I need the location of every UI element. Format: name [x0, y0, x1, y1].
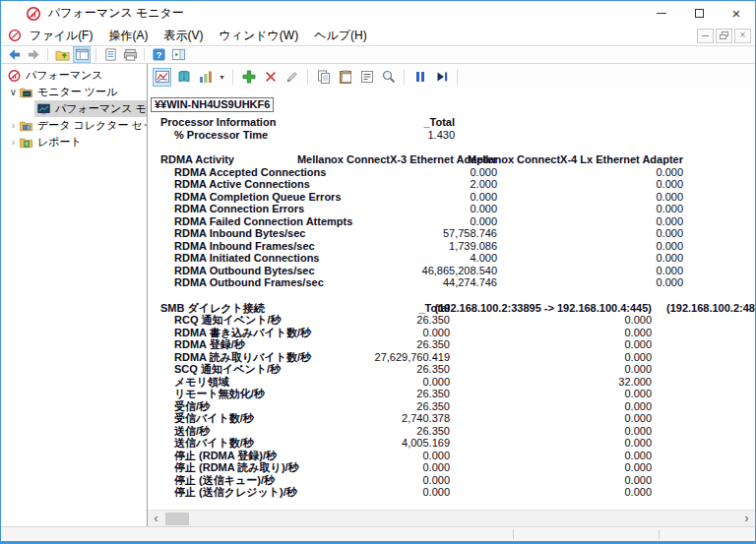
counter-value: 0.000 — [148, 191, 683, 204]
titlebar: パフォーマンス モニター × — [1, 1, 755, 26]
counter-row[interactable]: メモリ領域0.00032.000 — [148, 376, 755, 389]
menu-file[interactable]: ファイル(F) — [22, 26, 100, 46]
counter-row[interactable]: 受信/秒26.3500.000 — [148, 400, 755, 413]
tree-item-reports[interactable]: › レポート — [1, 134, 147, 151]
tree-item-data-collector-sets[interactable]: › データ コレクター セット — [1, 117, 147, 134]
chevron-collapsed-icon[interactable]: › — [8, 120, 19, 131]
counter-value: 0.000 — [148, 412, 652, 425]
section-header-row: RDMA ActivityMellanox ConnectX-3 Etherne… — [148, 153, 755, 166]
counter-value: 0.000 — [148, 486, 652, 499]
copy-properties-button[interactable] — [314, 68, 333, 87]
counter-value: 0.000 — [148, 166, 683, 179]
counter-value: 0.000 — [148, 240, 683, 253]
counter-row[interactable]: RDMA 読み取りバイト数/秒27,629,760.4190.000 — [148, 351, 755, 364]
paste-counter-list-button[interactable] — [336, 68, 354, 87]
counter-value: 0.000 — [148, 425, 652, 438]
tree-item-performance-monitor[interactable]: パフォーマンス モニター — [1, 100, 147, 117]
back-button[interactable] — [5, 46, 23, 63]
forward-icon — [27, 47, 41, 62]
counter-value: 1.430 — [148, 129, 455, 142]
counter-row[interactable]: RDMA Initiated Connections4.0000.000 — [148, 252, 755, 265]
minimize-button[interactable] — [643, 1, 680, 26]
counter-row[interactable]: SCQ 通知イベント/秒26.3500.000 — [148, 363, 755, 376]
counter-row[interactable]: 送信バイト数/秒4,005.1690.000 — [148, 437, 755, 450]
tree-item-monitoring-tools[interactable]: ∨ モニター ツール — [1, 84, 147, 100]
counter-row[interactable]: 停止 (送信キュー)/秒0.0000.000 — [148, 474, 755, 487]
performance-monitor-icon — [36, 102, 51, 116]
counter-row[interactable]: RDMA Inbound Bytes/sec57,758.7460.000 — [148, 227, 755, 240]
mdi-restore-button[interactable] — [716, 29, 732, 43]
counter-row[interactable]: RCQ 通知イベント/秒26.3500.000 — [148, 314, 755, 327]
maximize-button[interactable] — [680, 1, 718, 26]
counter-value: 0.000 — [148, 474, 652, 487]
tree-item-performance-root[interactable]: パフォーマンス — [1, 67, 147, 84]
mdi-restore-icon — [720, 31, 728, 39]
column-header: (192.168.100.2:48664 — [666, 302, 755, 315]
counter-row[interactable]: RDMA 登録/秒26.3500.000 — [148, 338, 755, 351]
delete-icon — [263, 69, 279, 85]
counter-value: 0.000 — [148, 388, 652, 400]
main-area: パフォーマンス ∨ モニター ツール パフォーマンス モニター › データ コレ… — [1, 64, 755, 526]
menu-action[interactable]: 操作(A) — [100, 26, 156, 46]
highlight-icon — [284, 69, 300, 85]
counter-row[interactable]: 停止 (RDMA 登録)/秒0.0000.000 — [148, 450, 755, 462]
menu-view[interactable]: 表示(V) — [156, 26, 211, 46]
counter-row[interactable]: RDMA Outbound Bytes/sec46,865,208.5400.0… — [148, 265, 755, 277]
up-level-button[interactable] — [53, 46, 71, 63]
horizontal-scrollbar[interactable]: ‹ › — [148, 510, 755, 526]
counter-row[interactable]: 停止 (送信クレジット)/秒0.0000.000 — [148, 486, 755, 499]
counter-row[interactable]: 送信/秒26.3500.000 — [148, 425, 755, 438]
counter-value: 0.000 — [148, 252, 683, 265]
back-icon — [7, 47, 22, 62]
help-button[interactable]: ? — [150, 46, 167, 63]
tree-item-label: モニター ツール — [37, 85, 117, 99]
forward-button[interactable] — [25, 46, 42, 63]
counter-row[interactable]: RDMA Outbound Frames/sec44,274.7460.000 — [148, 276, 755, 289]
zoom-button[interactable] — [379, 68, 398, 87]
counter-row[interactable]: RDMA Accepted Connections0.0000.000 — [148, 166, 755, 179]
menu-help[interactable]: ヘルプ(H) — [306, 26, 375, 46]
counter-row[interactable]: RDMA Failed Connection Attempts0.0000.00… — [148, 215, 755, 228]
freeze-display-button[interactable] — [410, 68, 429, 87]
mdi-close-button[interactable]: × — [734, 29, 751, 43]
counter-row[interactable]: RDMA Completion Queue Errors0.0000.000 — [148, 191, 755, 204]
report-sections: Processor Information_Total% Processor T… — [148, 116, 755, 499]
chevron-expanded-icon[interactable]: ∨ — [8, 87, 19, 97]
counter-value: 0.000 — [148, 215, 683, 228]
counter-row[interactable]: RDMA Active Connections2.0000.000 — [148, 178, 755, 191]
counter-row[interactable]: リモート無効化/秒26.3500.000 — [148, 388, 755, 400]
menu-window[interactable]: ウィンドウ(W) — [211, 26, 306, 46]
action-pane-toggle-button[interactable] — [169, 46, 187, 63]
chart-type-dropdown-icon[interactable]: ▼ — [218, 74, 226, 81]
monitor-tools-folder-icon — [19, 86, 33, 99]
properties-button[interactable] — [357, 68, 376, 87]
counter-row[interactable]: RDMA Inbound Frames/sec1,739.0860.000 — [148, 240, 755, 253]
tree-item-label: レポート — [37, 135, 82, 150]
delete-button[interactable] — [261, 68, 280, 87]
view-log-data-button[interactable] — [174, 68, 193, 87]
add-counters-button[interactable] — [239, 68, 258, 87]
scroll-right-arrow-icon[interactable]: › — [738, 512, 755, 526]
counter-row[interactable]: RDMA Connection Errors0.0000.000 — [148, 203, 755, 215]
counter-row[interactable]: 受信バイト数/秒2,740.3780.000 — [148, 412, 755, 425]
counter-row[interactable]: % Processor Time1.430 — [148, 129, 755, 142]
console-tree-toggle-button[interactable] — [73, 46, 91, 63]
scrollbar-thumb[interactable] — [165, 513, 189, 525]
window-title: パフォーマンス モニター — [48, 5, 184, 22]
print-button[interactable] — [121, 46, 139, 63]
export-list-button[interactable] — [101, 46, 119, 63]
scroll-left-arrow-icon[interactable]: ‹ — [148, 512, 164, 526]
chevron-collapsed-icon[interactable]: › — [8, 137, 19, 148]
highlight-button[interactable] — [283, 68, 301, 87]
counter-row[interactable]: 停止 (RDMA 読み取り)/秒0.0000.000 — [148, 461, 755, 474]
menubar: ファイル(F) 操作(A) 表示(V) ウィンドウ(W) ヘルプ(H) × — [1, 26, 755, 46]
mdi-minimize-button[interactable] — [697, 29, 714, 43]
chart-type-button[interactable] — [196, 68, 215, 87]
update-data-button[interactable] — [432, 68, 451, 87]
close-button[interactable]: × — [718, 1, 755, 26]
tree-item-label: パフォーマンス — [26, 68, 103, 83]
minimize-icon — [657, 13, 666, 14]
view-current-activity-button[interactable] — [153, 68, 171, 87]
counter-row[interactable]: RDMA 書き込みバイト数/秒0.0000.000 — [148, 327, 755, 339]
zoom-icon — [381, 69, 397, 85]
